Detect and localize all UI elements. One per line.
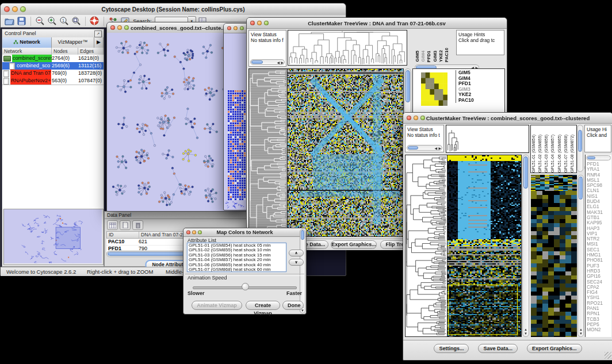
close-button[interactable] (250, 21, 255, 25)
zoom-window-button[interactable] (20, 6, 26, 12)
column-label: GPL51-01 (GSM854) (531, 135, 537, 173)
footer-button[interactable]: Export Graphics... (527, 344, 582, 353)
scroll-right-icon[interactable]: ▶ (438, 147, 441, 150)
gene-list-item[interactable]: PAC10 (458, 98, 504, 104)
footer-button[interactable]: Settings... (434, 344, 469, 353)
help-lifering-icon[interactable] (89, 16, 100, 26)
network-list-item[interactable]: RNAPuberNov2+ 563(0) 107847(0) (2, 77, 104, 85)
zoom-window-button[interactable] (124, 25, 129, 30)
animate-vizmap-button[interactable]: Animate Vizmap (192, 301, 242, 310)
usage-hints-label: Usage Hi (587, 127, 611, 132)
new-attribute-button[interactable] (120, 220, 131, 230)
done-button[interactable]: Done (282, 301, 304, 310)
scroll-up-icon[interactable]: ▲ (524, 328, 527, 331)
scroll-down-icon[interactable]: ▼ (524, 332, 527, 335)
main-titlebar[interactable]: Cytoscape Desktop (Session Name: collins… (1, 3, 346, 16)
delete-attribute-button[interactable] (132, 220, 143, 230)
scrollbar-thumb[interactable] (523, 156, 528, 189)
view-status-scrollbar[interactable]: ◀ ▶ (250, 59, 285, 65)
column-label: GPL51-06 (GSM865) (557, 135, 563, 173)
close-button[interactable] (110, 25, 115, 30)
tab-vizmapper[interactable]: VizMapper™ (52, 37, 94, 48)
toolbar-separator (104, 17, 104, 26)
treeview2-titlebar[interactable]: ClusterMaker TreeView : combined_scores_… (403, 113, 612, 124)
close-button[interactable] (186, 231, 190, 235)
column-labels-scrollbar[interactable] (577, 125, 583, 172)
attribute-list[interactable]: GPL51-01 (GSM854) heat shock 05 minGPL51… (187, 243, 286, 272)
tab-overflow-arrow[interactable]: ▶ (94, 37, 104, 48)
attribute-select-button[interactable] (107, 220, 118, 230)
minimize-button[interactable] (257, 21, 262, 25)
attribute-list-item[interactable]: GPL51-07 (GSM868) heat shock 60 min (188, 267, 286, 272)
network-item-edges: 13112(15) (78, 62, 104, 70)
birdseye-view[interactable] (3, 209, 104, 265)
scrollbar-thumb[interactable] (579, 177, 583, 200)
network-item-nodes: 2569(6) (52, 62, 78, 70)
heatmap-vscrollbar[interactable]: ▲ ▼ (522, 155, 529, 337)
faster-label: Faster (286, 290, 302, 296)
scroll-left-icon[interactable]: ◀ (277, 61, 280, 64)
mini-heatmap-canvas[interactable] (421, 72, 447, 106)
view-status-panel: View Status No status info f ◀ ▶ (248, 30, 286, 67)
scrollbar-thumb[interactable] (301, 230, 304, 240)
scrollbar-thumb[interactable] (587, 156, 595, 159)
row-dendrogram-canvas[interactable] (405, 155, 447, 337)
heatmap-canvas[interactable] (447, 155, 522, 337)
close-button[interactable] (4, 6, 10, 12)
column-dendrogram-canvas[interactable] (288, 30, 407, 66)
network-list-item[interactable]: combined_scores 2764(0) 16218(0) (2, 55, 104, 62)
move-down-button[interactable]: ∨ (289, 259, 304, 266)
zoom-actual-button[interactable]: 1 (59, 16, 70, 26)
footer-button[interactable]: Save Data... (478, 344, 518, 353)
zoom-window-button[interactable] (420, 116, 425, 120)
scrollbar-thumb[interactable] (406, 70, 410, 102)
minimize-button[interactable] (117, 25, 122, 30)
treeview1-titlebar[interactable]: ClusterMaker TreeView : DNA and Tran 07-… (247, 18, 507, 29)
close-button[interactable] (407, 116, 411, 120)
network-list-item[interactable]: DNA and Tran 07 769(0) 183728(0) (2, 70, 104, 77)
footer-button[interactable]: Export Graphics... (331, 240, 377, 249)
scroll-left-icon[interactable]: ◀ (434, 147, 437, 150)
zoom-window-button[interactable] (240, 26, 244, 30)
view-status-text: No status info f (251, 37, 286, 43)
zoom-window-button[interactable] (264, 21, 269, 25)
network-item-nodes: 769(0) (52, 70, 78, 77)
row-dendrogram-canvas[interactable] (248, 68, 288, 237)
gene-list-hscrollbar[interactable] (586, 155, 611, 160)
close-button[interactable] (227, 26, 231, 30)
move-up-button[interactable]: ∧ (289, 250, 304, 256)
network-list-item[interactable]: combined_sco 2569(6) 13112(15) (2, 62, 104, 70)
minimize-button[interactable] (12, 6, 18, 12)
zoom-in-button[interactable] (47, 16, 58, 26)
scrollbar-thumb[interactable] (408, 146, 418, 150)
zoom-heatmap-canvas[interactable] (531, 175, 577, 337)
heatmap-canvas[interactable] (287, 68, 404, 237)
zoom-out-button[interactable] (35, 16, 45, 26)
slider-thumb[interactable] (242, 283, 249, 290)
zoom-window-button[interactable] (198, 231, 202, 235)
column-dendrogram-canvas[interactable] (446, 125, 529, 153)
second-network-titlebar[interactable] (224, 24, 249, 33)
scroll-right-icon[interactable]: ▶ (281, 61, 284, 64)
tab-network[interactable]: Network (2, 37, 52, 48)
float-panel-icon[interactable]: ↗ (94, 30, 102, 37)
resize-grip[interactable] (605, 352, 611, 359)
create-vizmap-button[interactable]: Create Vizmap (246, 301, 280, 310)
scrollbar-thumb[interactable] (251, 60, 263, 64)
scroll-up-icon[interactable]: ▲ (579, 328, 583, 331)
zoom-fit-button[interactable] (71, 16, 82, 26)
save-button[interactable] (16, 16, 27, 26)
dialog-titlebar[interactable]: Map Colors to Network (183, 228, 306, 237)
minimize-button[interactable] (414, 116, 418, 120)
grid-network-canvas[interactable] (224, 33, 248, 209)
gene-list-item[interactable]: MON2 (587, 327, 611, 332)
scrollbar-thumb[interactable] (578, 130, 582, 152)
scroll-down-icon[interactable]: ▼ (579, 332, 583, 335)
open-file-button[interactable] (4, 16, 15, 26)
status-welcome: Welcome to Cytoscape 2.6.2 (6, 269, 76, 275)
zoom-vscrollbar[interactable]: ▲ ▼ (577, 175, 584, 337)
gene-list: PFD1YRA1RNR4MSL1SPC98CLN1NIS1BUD4ELG1MAK… (586, 162, 611, 337)
minimize-button[interactable] (192, 231, 196, 235)
view-status-scrollbar[interactable]: ◀ ▶ (407, 145, 442, 151)
minimize-button[interactable] (234, 26, 238, 30)
